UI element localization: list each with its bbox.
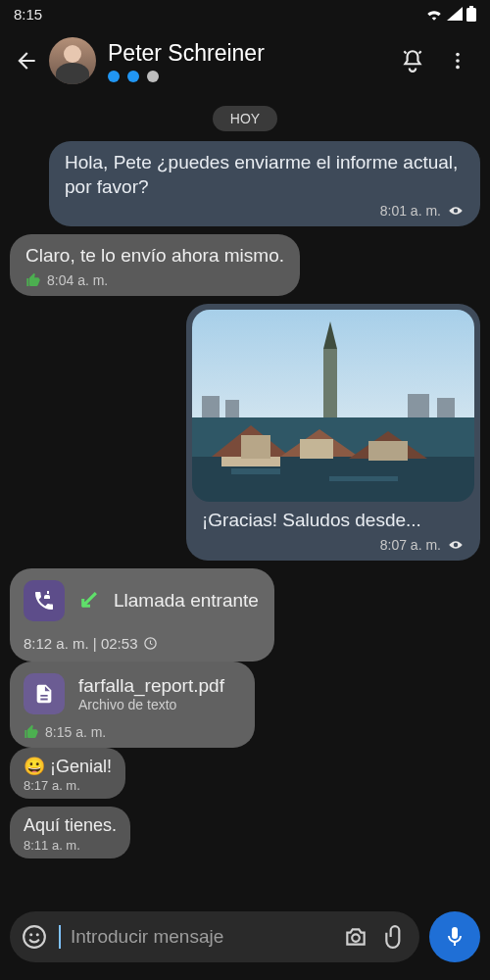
smiley-icon: [22, 924, 47, 950]
svg-rect-0: [466, 8, 476, 22]
seen-icon: [447, 204, 465, 218]
attach-button[interactable]: [380, 924, 410, 950]
file-name: farfalla_report.pdf: [78, 675, 224, 697]
incoming-arrow-icon: ↙: [78, 584, 100, 614]
svg-rect-20: [368, 441, 408, 461]
mic-icon: [443, 925, 466, 949]
day-separator: HOY: [213, 106, 277, 131]
message-timestamp: 8:17 a. m.: [24, 778, 112, 793]
message-text: Aquí tienes.: [24, 814, 117, 837]
message-timestamp: 8:01 a. m.: [380, 203, 441, 219]
presence-dots: [108, 71, 390, 82]
message-in-3[interactable]: Aquí tienes. 8:11 a. m.: [10, 807, 130, 858]
message-in-2[interactable]: 😀 ¡Genial! 8:17 a. m.: [10, 748, 125, 799]
svg-rect-18: [241, 435, 270, 459]
wifi-icon: [425, 7, 443, 21]
svg-point-3: [456, 59, 460, 63]
message-timestamp: 8:07 a. m.: [380, 537, 441, 553]
file-subtitle: Archivo de texto: [78, 697, 224, 712]
composer: [0, 906, 490, 980]
message-timestamp: 8:15 a. m.: [45, 724, 106, 740]
notifications-button[interactable]: [390, 48, 435, 74]
svg-rect-21: [231, 468, 280, 474]
svg-point-2: [456, 53, 460, 57]
more-vert-icon: [447, 50, 468, 72]
svg-rect-9: [225, 400, 239, 417]
message-timestamp: 8:04 a. m.: [47, 272, 108, 288]
svg-point-26: [36, 933, 39, 936]
voice-record-button[interactable]: [429, 911, 480, 962]
contact-name: Peter Schreiner: [108, 40, 390, 67]
svg-rect-12: [323, 349, 337, 417]
call-title: Llamada entrante: [114, 590, 259, 612]
app-bar: Peter Schreiner: [0, 27, 490, 94]
photo-caption: ¡Gracias! Saludos desde...: [192, 502, 474, 533]
overflow-menu-button[interactable]: [435, 50, 480, 72]
call-secure-icon: [24, 580, 65, 621]
message-call[interactable]: ↙ Llamada entrante 8:12 a. m. | 02:53: [10, 568, 274, 662]
svg-point-27: [352, 934, 360, 942]
message-out-1[interactable]: Hola, Pete ¿puedes enviarme el informe a…: [49, 141, 480, 226]
message-timestamp: 8:11 a. m.: [24, 838, 117, 853]
arrow-left-icon: [14, 48, 39, 74]
message-input[interactable]: [71, 926, 331, 948]
messages-pane[interactable]: HOY Hola, Pete ¿puedes enviarme el infor…: [0, 94, 490, 906]
paperclip-icon: [382, 924, 408, 950]
battery-icon: [466, 6, 476, 22]
message-out-photo[interactable]: ¡Gracias! Saludos desde... 8:07 a. m.: [186, 304, 480, 561]
thumbs-up-icon: [25, 272, 41, 288]
message-file[interactable]: farfalla_report.pdf Archivo de texto 8:1…: [10, 662, 255, 748]
status-icons: [425, 6, 476, 22]
contact-avatar[interactable]: [49, 37, 96, 84]
call-meta: 8:12 a. m. | 02:53: [24, 635, 137, 652]
bell-icon: [400, 48, 425, 74]
camera-button[interactable]: [341, 924, 370, 950]
svg-rect-11: [437, 398, 455, 417]
status-bar: 8:15: [0, 0, 490, 27]
message-text: Hola, Pete ¿puedes enviarme el informe a…: [65, 151, 465, 199]
message-text: Claro, te lo envío ahora mismo.: [25, 244, 284, 269]
svg-point-25: [29, 933, 32, 936]
status-time: 8:15: [14, 6, 42, 23]
file-icon: [24, 673, 65, 714]
emoji-button[interactable]: [20, 924, 49, 950]
camera-icon: [343, 924, 368, 950]
svg-point-4: [456, 66, 460, 70]
signal-icon: [447, 7, 463, 21]
message-text: 😀 ¡Genial!: [24, 756, 112, 778]
thumbs-up-icon: [24, 724, 39, 740]
svg-rect-22: [329, 476, 398, 481]
message-in-1[interactable]: Claro, te lo envío ahora mismo. 8:04 a. …: [10, 234, 300, 296]
svg-rect-1: [469, 6, 473, 8]
seen-icon: [447, 538, 465, 552]
input-pill[interactable]: [10, 911, 419, 962]
svg-rect-8: [202, 396, 220, 417]
text-cursor: [59, 925, 61, 949]
svg-rect-19: [300, 439, 333, 459]
contact-title-block[interactable]: Peter Schreiner: [108, 40, 390, 82]
clock-icon: [143, 636, 158, 651]
svg-rect-10: [408, 394, 429, 417]
back-button[interactable]: [10, 48, 43, 74]
svg-point-24: [24, 926, 45, 948]
photo-thumbnail[interactable]: [192, 310, 474, 502]
